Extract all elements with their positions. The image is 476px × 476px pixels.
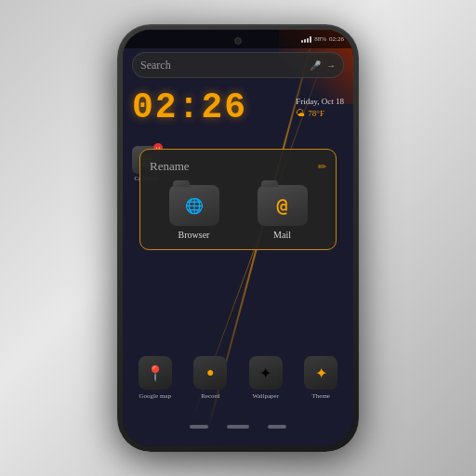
- search-arrow-icon[interactable]: →: [326, 60, 336, 71]
- weather-icon: 🌤: [296, 108, 305, 118]
- search-placeholder: Search: [140, 59, 310, 73]
- record-symbol: ●: [206, 365, 214, 380]
- theme-item[interactable]: ✦ Theme: [304, 356, 337, 400]
- nav-home-button[interactable]: [227, 425, 249, 429]
- status-right: 88% 02:26: [301, 35, 344, 43]
- browser-folder-icon[interactable]: 🌐: [169, 185, 219, 226]
- camera-dot: [234, 37, 242, 45]
- google-map-label: Google map: [139, 392, 171, 400]
- mail-folder-icon[interactable]: @: [258, 185, 308, 226]
- record-icon[interactable]: ●: [193, 356, 227, 390]
- clock-date: Friday, Oct 18: [296, 97, 344, 106]
- signal-icon: [301, 35, 311, 43]
- globe-icon: 🌐: [185, 197, 204, 215]
- google-map-icon[interactable]: 📍: [139, 356, 172, 390]
- time-status: 02:26: [329, 35, 344, 43]
- bottom-dock: 📍 Google map ● Record ✦ Wallpaper ✦: [123, 356, 353, 400]
- wallpaper-icon[interactable]: ✦: [249, 356, 283, 390]
- battery-text: 88%: [314, 35, 326, 43]
- rename-title: Rename: [150, 159, 190, 174]
- microphone-icon[interactable]: 🎤: [310, 60, 321, 71]
- phone-screen: 88% 02:26 Search 🎤 → 02:26 Friday, Oct 1…: [123, 30, 353, 446]
- phone-frame: 88% 02:26 Search 🎤 → 02:26 Friday, Oct 1…: [117, 24, 359, 452]
- edit-icon[interactable]: ✏: [318, 161, 326, 173]
- theme-symbol: ✦: [315, 364, 327, 382]
- mail-icon: @: [276, 194, 287, 217]
- search-icons: 🎤 →: [310, 60, 336, 71]
- rename-header: Rename ✏: [150, 159, 326, 174]
- clock-right: Friday, Oct 18 🌤 78°F: [296, 97, 344, 118]
- clock-time: 02:26: [132, 87, 247, 127]
- theme-icon[interactable]: ✦: [304, 356, 337, 390]
- nav-recents-button[interactable]: [268, 425, 286, 429]
- search-bar[interactable]: Search 🎤 →: [132, 52, 344, 78]
- nav-back-button[interactable]: [190, 425, 208, 429]
- wallpaper-item[interactable]: ✦ Wallpaper: [249, 356, 283, 400]
- theme-label: Theme: [312, 392, 330, 400]
- map-symbol: 📍: [146, 364, 165, 382]
- temperature-text: 78°F: [308, 109, 324, 118]
- record-item[interactable]: ● Record: [193, 356, 227, 400]
- wallpaper-symbol: ✦: [259, 364, 271, 382]
- browser-folder-item[interactable]: 🌐 Browser: [169, 185, 219, 240]
- folder-grid: 🌐 Browser @ Mail: [150, 185, 326, 240]
- nav-bar: [123, 413, 353, 441]
- wallpaper-label: Wallpaper: [252, 392, 279, 400]
- browser-label: Browser: [178, 230, 210, 240]
- mail-folder-item[interactable]: @ Mail: [258, 185, 308, 240]
- weather-display: 🌤 78°F: [296, 108, 344, 118]
- mail-label: Mail: [273, 230, 291, 240]
- clock-area: 02:26 Friday, Oct 18 🌤 78°F: [132, 87, 344, 127]
- google-map-item[interactable]: 📍 Google map: [139, 356, 172, 400]
- record-label: Record: [201, 392, 219, 400]
- rename-dialog[interactable]: Rename ✏ 🌐 Browser @ Mail: [139, 149, 337, 250]
